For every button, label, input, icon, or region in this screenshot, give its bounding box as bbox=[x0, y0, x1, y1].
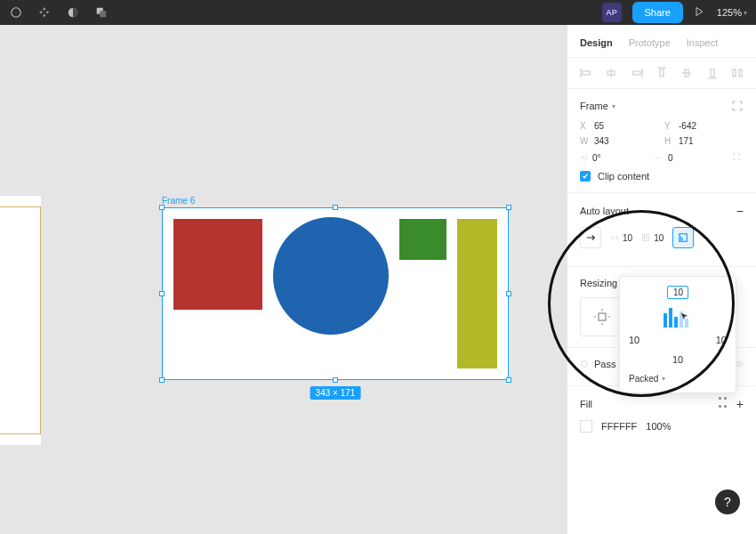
alignment-padding-popover: 10 10 10 10 Packed▾ bbox=[619, 276, 736, 393]
resize-handle-br[interactable] bbox=[506, 377, 511, 383]
radius-icon: ⌐ bbox=[655, 153, 664, 162]
resize-handle-t[interactable] bbox=[333, 205, 338, 210]
pad-right-input[interactable]: 10 bbox=[683, 335, 727, 345]
panel-tabs: Design Prototype Inspect bbox=[567, 25, 756, 58]
align-vcenter-icon[interactable] bbox=[680, 67, 693, 79]
zoom-dropdown[interactable]: 125%▾ bbox=[717, 7, 747, 18]
auto-layout-title: Auto layout bbox=[580, 206, 629, 216]
align-left-icon[interactable] bbox=[580, 67, 592, 79]
blend-icon bbox=[580, 360, 589, 368]
fill-hex-input[interactable]: FFFFFF bbox=[601, 421, 637, 432]
padding-input[interactable]: 10 bbox=[654, 233, 664, 243]
tab-inspect[interactable]: Inspect bbox=[687, 37, 718, 48]
alignment-preview[interactable] bbox=[664, 306, 692, 328]
chevron-down-icon: ▾ bbox=[662, 375, 665, 383]
resize-handle-l[interactable] bbox=[159, 291, 165, 296]
svg-rect-5 bbox=[583, 71, 590, 75]
y-input[interactable]: -642 bbox=[679, 121, 721, 131]
align-bottom-icon[interactable] bbox=[706, 67, 719, 79]
radius-input[interactable]: 0 bbox=[668, 153, 711, 163]
svg-rect-3 bbox=[100, 11, 106, 17]
align-right-icon[interactable] bbox=[631, 67, 643, 79]
frame-section: Frame▾ X65 Y-642 W343 H171 ⟲0° ⌐0 Clip c… bbox=[567, 89, 756, 193]
fill-section: Fill + FFFFFF 100% bbox=[567, 386, 756, 443]
canvas[interactable]: Frame 6 343 × 171 bbox=[0, 25, 567, 534]
resize-fit-icon[interactable] bbox=[731, 100, 744, 112]
tab-design[interactable]: Design bbox=[580, 37, 613, 48]
share-button[interactable]: Share bbox=[632, 2, 683, 23]
selected-frame[interactable] bbox=[162, 207, 509, 380]
frame-dropdown[interactable]: Frame bbox=[580, 101, 608, 111]
remove-autolayout-button[interactable]: − bbox=[736, 204, 744, 218]
resize-handle-tl[interactable] bbox=[159, 205, 165, 210]
fill-title: Fill bbox=[580, 399, 592, 409]
zoom-value: 125% bbox=[717, 7, 742, 18]
w-label: W bbox=[580, 136, 591, 146]
align-top-icon[interactable] bbox=[655, 67, 668, 79]
tidy-icon[interactable] bbox=[731, 67, 744, 79]
fill-swatch[interactable] bbox=[580, 420, 592, 433]
shape-blue-circle[interactable] bbox=[273, 217, 389, 335]
offscreen-frame[interactable] bbox=[0, 196, 41, 445]
svg-point-24 bbox=[582, 361, 588, 368]
svg-rect-16 bbox=[733, 69, 736, 77]
fill-opacity-input[interactable]: 100% bbox=[646, 421, 671, 432]
align-bar bbox=[669, 308, 672, 328]
svg-point-25 bbox=[738, 363, 740, 365]
cursor-icon bbox=[680, 312, 690, 322]
mask-icon[interactable] bbox=[66, 5, 80, 20]
resizing-preview[interactable] bbox=[580, 297, 624, 336]
pad-top-input[interactable]: 10 bbox=[667, 286, 688, 299]
y-label: Y bbox=[664, 121, 675, 131]
h-input[interactable]: 171 bbox=[679, 136, 721, 146]
svg-rect-15 bbox=[711, 69, 714, 77]
align-bar bbox=[664, 313, 667, 328]
resize-handle-bl[interactable] bbox=[159, 377, 165, 383]
h-label: H bbox=[664, 136, 675, 146]
checkbox-checked-icon bbox=[580, 171, 591, 182]
shape-green-square[interactable] bbox=[399, 219, 446, 260]
rotation-input[interactable]: 0° bbox=[592, 153, 635, 163]
clip-content-checkbox[interactable]: Clip content bbox=[580, 171, 744, 182]
pad-bottom-input[interactable]: 10 bbox=[672, 354, 683, 365]
svg-rect-23 bbox=[599, 313, 606, 320]
components-icon[interactable] bbox=[37, 5, 52, 20]
resize-handle-tr[interactable] bbox=[506, 205, 511, 210]
resizing-title: Resizing bbox=[580, 278, 617, 288]
shape-olive-rect[interactable] bbox=[457, 219, 497, 368]
svg-rect-18 bbox=[643, 234, 649, 240]
boolean-icon[interactable] bbox=[94, 5, 109, 20]
shape-red-square[interactable] bbox=[173, 219, 262, 310]
gap-icon bbox=[610, 233, 619, 242]
topbar-left bbox=[9, 5, 109, 20]
svg-rect-9 bbox=[633, 71, 640, 75]
x-input[interactable]: 65 bbox=[594, 121, 637, 131]
tab-prototype[interactable]: Prototype bbox=[629, 37, 671, 48]
auto-layout-section: Auto layout − 10 10 bbox=[567, 193, 756, 267]
align-bar bbox=[674, 317, 678, 328]
topbar: AP Share 125%▾ bbox=[0, 0, 756, 25]
w-input[interactable]: 343 bbox=[594, 136, 637, 146]
independent-corners-icon[interactable] bbox=[731, 151, 744, 164]
avatar[interactable]: AP bbox=[602, 3, 622, 22]
help-button[interactable]: ? bbox=[715, 490, 740, 514]
style-icon[interactable] bbox=[719, 397, 728, 411]
gap-input[interactable]: 10 bbox=[623, 233, 632, 243]
x-label: X bbox=[580, 121, 591, 131]
spacing-mode-dropdown[interactable]: Packed▾ bbox=[629, 374, 727, 384]
svg-point-0 bbox=[12, 8, 21, 18]
offscreen-rect bbox=[0, 206, 41, 434]
dimension-badge: 343 × 171 bbox=[310, 386, 361, 400]
selected-frame-wrap: Frame 6 bbox=[162, 196, 509, 380]
alignment-padding-button[interactable] bbox=[672, 227, 694, 248]
direction-horizontal-button[interactable] bbox=[580, 227, 601, 248]
add-fill-button[interactable]: + bbox=[736, 397, 744, 411]
pad-left-input[interactable]: 10 bbox=[629, 335, 672, 345]
resize-handle-b[interactable] bbox=[333, 377, 338, 383]
align-hcenter-icon[interactable] bbox=[605, 67, 617, 79]
svg-rect-19 bbox=[645, 237, 647, 239]
present-icon[interactable] bbox=[694, 6, 706, 19]
menu-icon[interactable] bbox=[9, 5, 23, 20]
resize-handle-r[interactable] bbox=[506, 291, 511, 296]
topbar-right: AP Share 125%▾ bbox=[602, 2, 748, 23]
